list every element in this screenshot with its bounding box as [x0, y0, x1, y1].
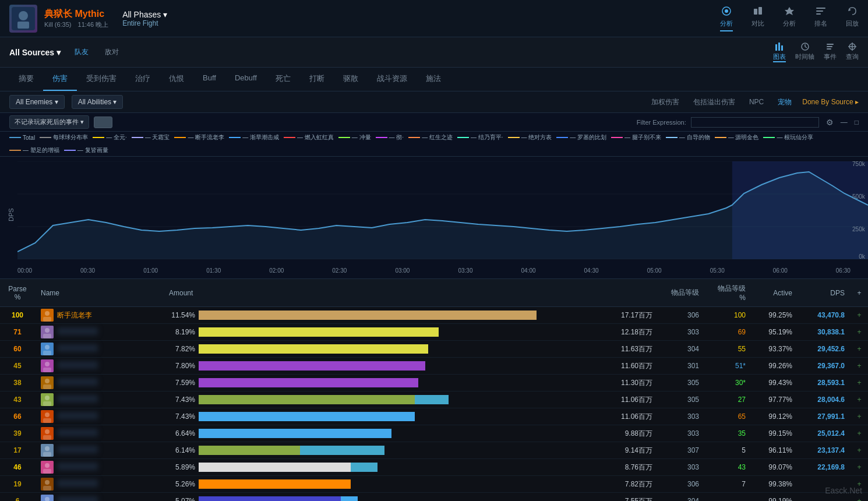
filter-expr-input[interactable] — [691, 117, 819, 128]
ilvl-cell-4: 305 — [658, 375, 705, 391]
legend-p2[interactable]: — 全元· — [93, 133, 127, 142]
tab-damage[interactable]: 伤害 — [43, 68, 77, 91]
player-name-7[interactable] — [57, 429, 98, 438]
svg-rect-14 — [781, 45, 783, 51]
legend-p15[interactable]: — 源明金色 — [715, 133, 759, 142]
minimize-icon[interactable]: — — [841, 118, 848, 126]
plus-btn-5[interactable]: + — [851, 391, 868, 408]
ilvl-pct-cell-5: 27 — [705, 391, 751, 408]
legend-p7[interactable]: — 冲量 — [338, 133, 371, 142]
col-name[interactable]: Name — [35, 279, 163, 307]
nav-compare[interactable]: 对比 — [751, 5, 764, 31]
plus-btn-6[interactable]: + — [851, 408, 868, 425]
overheal-label[interactable]: 包括溢出伤害 — [690, 96, 739, 108]
player-name-11[interactable] — [57, 496, 98, 501]
view-chart[interactable]: 图表 — [773, 42, 786, 62]
svg-marker-7 — [785, 7, 794, 15]
legend-p16[interactable]: — 根玩仙分享 — [763, 133, 813, 142]
player-name-2[interactable] — [57, 344, 98, 354]
filter-settings-icon[interactable]: ⚙ — [826, 118, 834, 127]
col-ilvl[interactable]: 物品等级 — [658, 279, 705, 307]
legend-dashed[interactable]: 每球球分布率 — [40, 133, 88, 142]
legend-p12[interactable]: — 罗基的比划 — [556, 133, 606, 142]
view-timeline[interactable]: 时间轴 — [795, 42, 814, 62]
tab-damage-taken[interactable]: 受到伤害 — [77, 68, 126, 91]
col-active[interactable]: Active — [751, 279, 798, 307]
nav-analysis2[interactable]: 分析 — [783, 5, 796, 31]
phase-selector[interactable]: All Phases ▾ Entire Fight — [122, 10, 167, 27]
tab-cast[interactable]: 施法 — [417, 68, 450, 91]
legend-p9[interactable]: — 红生之迹 — [408, 133, 453, 142]
player-name-10[interactable] — [57, 479, 98, 489]
legend-p8[interactable]: — 彻· — [376, 133, 404, 142]
tab-enemy[interactable]: 敌对 — [100, 46, 124, 58]
col-plus[interactable]: + — [851, 279, 868, 307]
view-query[interactable]: 查询 — [846, 42, 859, 62]
legend-p17[interactable]: — 塑足的增福 — [9, 146, 59, 154]
pet-label[interactable]: 宠物 — [774, 96, 795, 108]
plus-btn-3[interactable]: + — [851, 358, 868, 375]
player-name-8[interactable] — [57, 446, 98, 455]
col-ilvl-pct[interactable]: 物品等级 % — [705, 279, 751, 307]
svg-point-64 — [45, 480, 50, 485]
event-dropdown[interactable]: 不记录玩家死后的事件 ▾ — [9, 115, 89, 129]
plus-btn-0[interactable]: + — [851, 307, 868, 324]
maximize-icon[interactable]: □ — [855, 118, 859, 126]
legend-p5[interactable]: — 渐旱潮击咸 — [229, 133, 279, 142]
tab-threat[interactable]: 仇恨 — [160, 68, 193, 91]
player-name-0[interactable]: 断手流老李 — [57, 311, 92, 320]
player-name-6[interactable] — [57, 412, 98, 421]
tab-ally[interactable]: 队友 — [70, 46, 93, 58]
svg-text:250k: 250k — [852, 226, 866, 232]
boss-name: 典狱长 Mythic — [44, 8, 108, 20]
tab-resources[interactable]: 战斗资源 — [368, 68, 417, 91]
player-name-5[interactable] — [57, 395, 98, 404]
tab-death[interactable]: 死亡 — [266, 68, 300, 91]
tab-summary[interactable]: 摘要 — [9, 68, 43, 91]
legend-p3[interactable]: — 天霜宝 — [132, 133, 170, 142]
table-row: 46 5.89% 8.76百万 303 43 99.07% 22,169.8 + — [0, 459, 868, 476]
legend-total[interactable]: Total — [9, 133, 35, 142]
svg-text:750k: 750k — [852, 161, 866, 167]
legend-p14[interactable]: — 自导的物 — [666, 133, 710, 142]
col-dps[interactable]: DPS — [798, 279, 851, 307]
legend-p6[interactable]: — 燃入虹红真 — [284, 133, 334, 142]
npc-label[interactable]: NPC — [746, 97, 767, 107]
plus-btn-9[interactable]: + — [851, 459, 868, 476]
legend-p10[interactable]: — 结乃育平· — [457, 133, 503, 142]
amount-cell-7: 6.64% 9.88百万 — [163, 425, 658, 442]
svg-rect-5 — [754, 9, 757, 15]
player-name-9[interactable] — [57, 463, 98, 472]
nav-replay[interactable]: 回放 — [846, 5, 859, 31]
data-table: Parse % Name Amount 物品等级 物品等级 % Active D… — [0, 279, 868, 501]
enemies-dropdown[interactable]: All Enemies ▾ — [9, 95, 65, 109]
plus-btn-1[interactable]: + — [851, 324, 868, 341]
source-selector[interactable]: All Sources ▾ — [9, 48, 61, 57]
plus-btn-2[interactable]: + — [851, 341, 868, 358]
tab-interrupt[interactable]: 打断 — [300, 68, 334, 91]
player-name-1[interactable] — [57, 327, 98, 337]
player-name-4[interactable] — [57, 378, 98, 387]
legend-p18[interactable]: — 复皆画量 — [64, 146, 108, 154]
tab-buff[interactable]: Buff — [193, 68, 225, 91]
plus-btn-8[interactable]: + — [851, 442, 868, 459]
done-by-source-btn[interactable]: Done By Source ▸ — [802, 98, 859, 106]
nav-analyze[interactable]: 分析 — [720, 5, 733, 31]
toggle-button[interactable] — [94, 117, 112, 128]
legend-p11[interactable]: — 绝对方表 — [508, 133, 552, 142]
view-events[interactable]: 事件 — [824, 42, 837, 62]
col-parse[interactable]: Parse % — [0, 279, 35, 307]
tab-heal[interactable]: 治疗 — [126, 68, 160, 91]
tab-dispel[interactable]: 驱散 — [334, 68, 368, 91]
player-name-3[interactable] — [57, 361, 98, 371]
legend-p13[interactable]: — 腿子别不来 — [611, 133, 661, 142]
abilities-dropdown[interactable]: All Abilities ▾ — [72, 95, 124, 109]
svg-rect-9 — [816, 10, 823, 12]
tab-debuff[interactable]: Debuff — [225, 68, 266, 91]
nav-rank[interactable]: 排名 — [814, 5, 827, 31]
col-amount[interactable]: Amount — [163, 279, 658, 307]
legend-p4[interactable]: — 断手流老李 — [174, 133, 224, 142]
plus-btn-4[interactable]: + — [851, 375, 868, 391]
plus-btn-7[interactable]: + — [851, 425, 868, 442]
boost-damage-label[interactable]: 加权伤害 — [648, 96, 683, 108]
